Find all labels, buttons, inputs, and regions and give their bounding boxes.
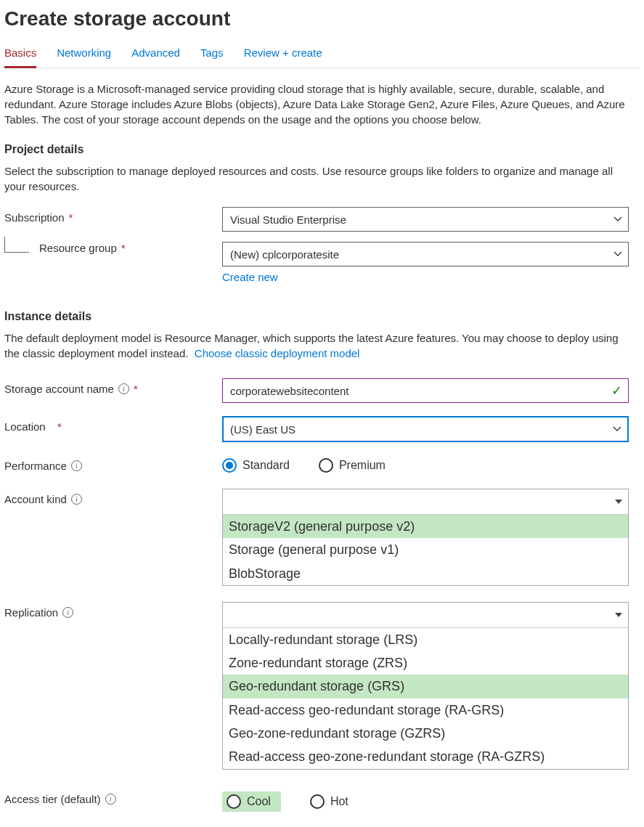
subscription-select[interactable]: Visual Studio Enterprise (222, 207, 629, 232)
chevron-down-icon (614, 216, 622, 222)
location-label: Location * (4, 416, 222, 433)
replication-option[interactable]: Locally-redundant storage (LRS) (223, 628, 628, 651)
storage-account-name-input[interactable]: corporatewebsitecontent ✓ (222, 378, 629, 403)
replication-option[interactable]: Geo-redundant storage (GRS) (223, 675, 628, 698)
info-icon[interactable]: i (118, 383, 129, 394)
resource-group-select[interactable]: (New) cplcorporatesite (222, 242, 629, 266)
chevron-down-icon (613, 426, 621, 432)
access-tier-hot-radio[interactable]: Hot (310, 794, 349, 809)
radio-unselected-icon (227, 794, 241, 809)
checkmark-icon: ✓ (611, 383, 622, 399)
replication-option[interactable]: Zone-redundant storage (ZRS) (223, 651, 628, 675)
replication-label: Replication i (4, 602, 222, 619)
location-select[interactable]: (US) East US (222, 416, 629, 442)
access-tier-label: Access tier (default) i (4, 789, 222, 805)
replication-options: Locally-redundant storage (LRS) Zone-red… (223, 627, 628, 769)
account-kind-options: StorageV2 (general purpose v2) Storage (… (223, 514, 628, 585)
intro-text: Azure Storage is a Microsoft-managed ser… (4, 81, 636, 127)
info-icon[interactable]: i (62, 607, 73, 618)
caret-down-icon (615, 613, 622, 617)
account-kind-option[interactable]: BlobStorage (223, 562, 628, 585)
resource-group-label: Resource group * (4, 242, 222, 254)
info-icon[interactable]: i (71, 494, 82, 505)
radio-unselected-icon (319, 458, 333, 473)
instance-details-desc: The default deployment model is Resource… (4, 330, 636, 361)
account-kind-select[interactable]: StorageV2 (general purpose v2) Storage (… (222, 489, 629, 586)
account-kind-option[interactable]: Storage (general purpose v1) (223, 538, 628, 561)
project-details-desc: Select the subscription to manage deploy… (4, 163, 636, 194)
replication-select[interactable]: Locally-redundant storage (LRS) Zone-red… (222, 602, 629, 770)
info-icon[interactable]: i (71, 460, 82, 471)
performance-standard-radio[interactable]: Standard (222, 458, 290, 473)
classic-deployment-link[interactable]: Choose classic deployment model (195, 347, 360, 359)
project-details-heading: Project details (4, 143, 640, 156)
tab-advanced[interactable]: Advanced (131, 41, 180, 68)
tree-connector-icon (4, 237, 29, 253)
replication-option[interactable]: Geo-zone-redundant storage (GZRS) (223, 722, 628, 745)
performance-premium-radio[interactable]: Premium (319, 458, 386, 473)
info-icon[interactable]: i (105, 794, 116, 804)
chevron-down-icon (614, 251, 622, 257)
replication-option[interactable]: Read-access geo-zone-redundant storage (… (223, 745, 628, 768)
replication-option[interactable]: Read-access geo-redundant storage (RA-GR… (223, 698, 628, 722)
account-kind-option[interactable]: StorageV2 (general purpose v2) (223, 515, 628, 538)
performance-label: Performance i (4, 455, 222, 472)
access-tier-cool-radio[interactable]: Cool (222, 791, 281, 812)
storage-account-name-label: Storage account name i * (4, 378, 222, 395)
account-kind-label: Account kind i (4, 489, 222, 505)
tab-tags[interactable]: Tags (200, 41, 224, 68)
tab-networking[interactable]: Networking (57, 41, 111, 68)
tab-review-create[interactable]: Review + create (244, 41, 322, 68)
wizard-tabs: Basics Networking Advanced Tags Review +… (4, 41, 640, 68)
radio-selected-icon (222, 458, 237, 473)
tab-basics[interactable]: Basics (4, 41, 36, 68)
instance-details-heading: Instance details (4, 310, 640, 323)
radio-unselected-icon (310, 794, 325, 809)
caret-down-icon (615, 500, 622, 504)
page-title: Create storage account (4, 7, 640, 30)
create-new-resource-group-link[interactable]: Create new (222, 271, 278, 283)
subscription-label: Subscription * (4, 207, 222, 224)
